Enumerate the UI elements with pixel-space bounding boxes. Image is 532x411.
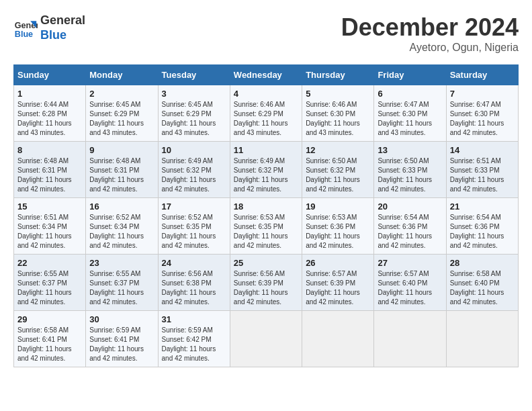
calendar-cell: 11Sunrise: 6:49 AMSunset: 6:32 PMDayligh… [230, 142, 302, 198]
header-cell-thursday: Thursday [302, 65, 374, 85]
day-number: 2 [89, 89, 154, 99]
day-info: Sunrise: 6:57 AMSunset: 6:39 PMDaylight:… [306, 269, 370, 307]
header-cell-monday: Monday [86, 65, 158, 85]
day-info: Sunrise: 6:49 AMSunset: 6:32 PMDaylight:… [162, 156, 226, 194]
day-number: 19 [306, 201, 370, 212]
day-number: 4 [234, 89, 298, 99]
title-block: December 2024 Ayetoro, Ogun, Nigeria [341, 13, 519, 54]
calendar-cell: 7Sunrise: 6:47 AMSunset: 6:30 PMDaylight… [446, 85, 518, 142]
day-number: 29 [17, 314, 82, 324]
day-info: Sunrise: 6:45 AMSunset: 6:29 PMDaylight:… [162, 100, 226, 138]
calendar-cell: 9Sunrise: 6:48 AMSunset: 6:31 PMDaylight… [86, 142, 158, 198]
day-info: Sunrise: 6:52 AMSunset: 6:35 PMDaylight:… [162, 213, 226, 250]
day-info: Sunrise: 6:47 AMSunset: 6:30 PMDaylight:… [450, 100, 515, 138]
day-number: 16 [89, 201, 154, 212]
calendar-table: SundayMondayTuesdayWednesdayThursdayFrid… [13, 64, 519, 367]
day-number: 7 [450, 89, 515, 99]
calendar-cell: 20Sunrise: 6:54 AMSunset: 6:36 PMDayligh… [374, 198, 446, 255]
day-info: Sunrise: 6:58 AMSunset: 6:40 PMDaylight:… [450, 269, 515, 307]
calendar-cell: 18Sunrise: 6:53 AMSunset: 6:35 PMDayligh… [230, 198, 302, 255]
calendar-cell: 10Sunrise: 6:49 AMSunset: 6:32 PMDayligh… [158, 142, 230, 198]
calendar-cell: 30Sunrise: 6:59 AMSunset: 6:41 PMDayligh… [86, 311, 158, 367]
day-number: 22 [17, 258, 82, 268]
day-number: 8 [17, 145, 82, 155]
day-number: 25 [234, 258, 298, 268]
calendar-cell: 12Sunrise: 6:50 AMSunset: 6:32 PMDayligh… [302, 142, 374, 198]
logo-blue: Blue [40, 28, 85, 43]
day-number: 31 [162, 314, 226, 324]
day-number: 12 [306, 145, 370, 155]
calendar-cell: 22Sunrise: 6:55 AMSunset: 6:37 PMDayligh… [14, 255, 86, 311]
day-number: 30 [89, 314, 154, 324]
calendar-cell: 25Sunrise: 6:56 AMSunset: 6:39 PMDayligh… [230, 255, 302, 311]
day-info: Sunrise: 6:57 AMSunset: 6:40 PMDaylight:… [378, 269, 442, 307]
header-cell-tuesday: Tuesday [158, 65, 230, 85]
day-info: Sunrise: 6:55 AMSunset: 6:37 PMDaylight:… [89, 269, 154, 307]
week-row-3: 15Sunrise: 6:51 AMSunset: 6:34 PMDayligh… [14, 198, 519, 255]
day-info: Sunrise: 6:49 AMSunset: 6:32 PMDaylight:… [234, 156, 298, 194]
calendar-cell: 21Sunrise: 6:54 AMSunset: 6:36 PMDayligh… [446, 198, 518, 255]
day-info: Sunrise: 6:54 AMSunset: 6:36 PMDaylight:… [378, 213, 442, 250]
day-number: 18 [234, 201, 298, 212]
calendar-cell: 17Sunrise: 6:52 AMSunset: 6:35 PMDayligh… [158, 198, 230, 255]
header-cell-sunday: Sunday [14, 65, 86, 85]
header-row: SundayMondayTuesdayWednesdayThursdayFrid… [14, 65, 519, 85]
day-number: 10 [162, 145, 226, 155]
calendar-cell: 2Sunrise: 6:45 AMSunset: 6:29 PMDaylight… [86, 85, 158, 142]
day-number: 21 [450, 201, 515, 212]
logo-general: General [40, 13, 85, 28]
day-number: 17 [162, 201, 226, 212]
day-number: 24 [162, 258, 226, 268]
calendar-header: SundayMondayTuesdayWednesdayThursdayFrid… [14, 65, 519, 85]
day-info: Sunrise: 6:50 AMSunset: 6:33 PMDaylight:… [378, 156, 442, 194]
day-number: 11 [234, 145, 298, 155]
day-number: 20 [378, 201, 442, 212]
week-row-2: 8Sunrise: 6:48 AMSunset: 6:31 PMDaylight… [14, 142, 519, 198]
logo: General Blue General Blue [13, 13, 85, 42]
day-info: Sunrise: 6:44 AMSunset: 6:28 PMDaylight:… [17, 100, 82, 138]
month-title: December 2024 [341, 13, 519, 42]
calendar-cell: 19Sunrise: 6:53 AMSunset: 6:36 PMDayligh… [302, 198, 374, 255]
calendar-cell: 1Sunrise: 6:44 AMSunset: 6:28 PMDaylight… [14, 85, 86, 142]
day-number: 26 [306, 258, 370, 268]
week-row-4: 22Sunrise: 6:55 AMSunset: 6:37 PMDayligh… [14, 255, 519, 311]
calendar-cell: 5Sunrise: 6:46 AMSunset: 6:30 PMDaylight… [302, 85, 374, 142]
day-info: Sunrise: 6:48 AMSunset: 6:31 PMDaylight:… [89, 156, 154, 194]
calendar-cell: 6Sunrise: 6:47 AMSunset: 6:30 PMDaylight… [374, 85, 446, 142]
week-row-1: 1Sunrise: 6:44 AMSunset: 6:28 PMDaylight… [14, 85, 519, 142]
calendar-cell: 26Sunrise: 6:57 AMSunset: 6:39 PMDayligh… [302, 255, 374, 311]
week-row-5: 29Sunrise: 6:58 AMSunset: 6:41 PMDayligh… [14, 311, 519, 367]
day-number: 14 [450, 145, 515, 155]
header-cell-friday: Friday [374, 65, 446, 85]
day-number: 3 [162, 89, 226, 99]
day-info: Sunrise: 6:45 AMSunset: 6:29 PMDaylight:… [89, 100, 154, 138]
day-info: Sunrise: 6:48 AMSunset: 6:31 PMDaylight:… [17, 156, 82, 194]
calendar-cell: 28Sunrise: 6:58 AMSunset: 6:40 PMDayligh… [446, 255, 518, 311]
location: Ayetoro, Ogun, Nigeria [341, 42, 519, 54]
day-number: 9 [89, 145, 154, 155]
day-number: 27 [378, 258, 442, 268]
calendar-cell: 3Sunrise: 6:45 AMSunset: 6:29 PMDaylight… [158, 85, 230, 142]
page-header: General Blue General Blue December 2024 … [13, 13, 519, 54]
day-info: Sunrise: 6:51 AMSunset: 6:34 PMDaylight:… [17, 213, 82, 250]
calendar-cell: 31Sunrise: 6:59 AMSunset: 6:42 PMDayligh… [158, 311, 230, 367]
day-info: Sunrise: 6:53 AMSunset: 6:35 PMDaylight:… [234, 213, 298, 250]
calendar-cell: 8Sunrise: 6:48 AMSunset: 6:31 PMDaylight… [14, 142, 86, 198]
calendar-cell: 27Sunrise: 6:57 AMSunset: 6:40 PMDayligh… [374, 255, 446, 311]
logo-icon: General Blue [13, 16, 38, 40]
day-info: Sunrise: 6:54 AMSunset: 6:36 PMDaylight:… [450, 213, 515, 250]
calendar-cell: 16Sunrise: 6:52 AMSunset: 6:34 PMDayligh… [86, 198, 158, 255]
calendar-cell: 15Sunrise: 6:51 AMSunset: 6:34 PMDayligh… [14, 198, 86, 255]
calendar-cell [230, 311, 302, 367]
calendar-cell: 24Sunrise: 6:56 AMSunset: 6:38 PMDayligh… [158, 255, 230, 311]
header-cell-saturday: Saturday [446, 65, 518, 85]
day-info: Sunrise: 6:51 AMSunset: 6:33 PMDaylight:… [450, 156, 515, 194]
calendar-cell [374, 311, 446, 367]
day-number: 13 [378, 145, 442, 155]
day-info: Sunrise: 6:53 AMSunset: 6:36 PMDaylight:… [306, 213, 370, 250]
day-info: Sunrise: 6:55 AMSunset: 6:37 PMDaylight:… [17, 269, 82, 307]
day-number: 5 [306, 89, 370, 99]
header-cell-wednesday: Wednesday [230, 65, 302, 85]
day-info: Sunrise: 6:58 AMSunset: 6:41 PMDaylight:… [17, 326, 82, 363]
day-info: Sunrise: 6:59 AMSunset: 6:42 PMDaylight:… [162, 326, 226, 363]
